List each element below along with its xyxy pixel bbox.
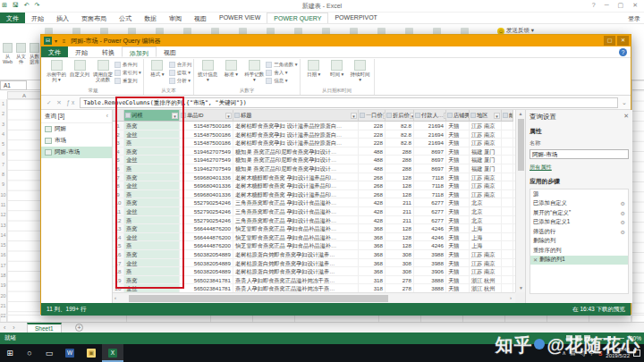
grid-cell [502,156,513,164]
pq-quick-access[interactable]: ▾ ≡ [55,38,67,44]
applied-step-3[interactable]: 已添加自定义1⚙ [530,218,628,228]
settings-close-icon[interactable]: ✕ [623,113,629,120]
taskbar-word-icon[interactable]: W [59,344,80,362]
excel-tab-6[interactable]: 审阅 [163,13,188,23]
step-settings-gear-icon[interactable]: ⚙ [621,200,625,206]
applied-step-0[interactable]: 源 [530,189,628,199]
applied-step-2[interactable]: 展开的“自定义”⚙ [530,208,628,218]
formula-buttons[interactable]: ✓ ✕ ƒx [41,99,80,106]
pq-ribbon-button[interactable]: 日期 ▾ [302,59,326,87]
excel-window-controls[interactable]: ? ─ ▢ ✕ [592,2,641,9]
pq-ribbon-button[interactable]: 分析 ▾ [169,77,192,85]
grid-column-header-2[interactable]: 标题▾ [233,110,359,122]
pq-tab-3[interactable]: 添加列 [122,46,157,57]
pq-ribbon-button[interactable]: 信息 ▾ [266,77,297,85]
task-view-icon[interactable]: ▭ [39,344,59,362]
grid-column-header-6[interactable]: 店铺类…▾ [446,110,470,122]
ribbon-button-label: 舍入 ▾ [274,70,287,76]
grid-column-header-4[interactable]: 折后价▾ [386,110,414,122]
pq-tab-4[interactable]: 视图 [157,46,183,57]
pq-ribbon-button[interactable]: 调用自定义函数 [91,59,114,87]
pq-ribbon-button[interactable]: 时间 ▾ [326,59,349,87]
grid-column-header-5[interactable]: 付款人…▾ [414,110,446,122]
pq-tab-0[interactable]: 文件 [41,46,68,57]
add-sheet-button[interactable]: + [75,324,83,332]
queries-pane-header[interactable]: 查询 [3]‹ [41,110,112,123]
grid-column-header-7[interactable]: 地区▾ [470,110,502,122]
pq-ribbon-button[interactable]: 格式 ▾ [146,59,169,87]
taskbar-excel-icon[interactable]: X [102,344,123,362]
applied-step-4[interactable]: 筛选的行⚙ [530,227,628,237]
grid-column-header-8[interactable]: 邮费▾ [502,110,513,122]
excel-tab-2[interactable]: 插入 [50,13,75,23]
search-icon[interactable]: ○ [20,344,39,362]
pq-ribbon-button[interactable]: 重复列 [114,77,141,85]
pq-ribbon-button[interactable]: 提取 ▾ [169,69,192,77]
query-name-input[interactable]: 阿媚-市场 [530,149,629,159]
excel-tab-9[interactable]: POWER QUERY [267,13,328,23]
step-settings-gear-icon[interactable]: ⚙ [621,219,625,225]
applied-step-6[interactable]: 重排序的列 [530,246,628,256]
grid-cell: 278 [386,284,414,292]
excel-signin[interactable]: 登录 [628,14,640,23]
excel-grid-right[interactable] [631,80,644,322]
pq-tab-1[interactable]: 开始 [68,46,95,57]
pq-tab-2[interactable]: 转换 [95,46,122,57]
excel-tab-0[interactable]: 文件 [0,13,25,23]
pq-ribbon-button[interactable]: 舍入 ▾ [266,69,297,77]
pq-ribbon-button[interactable]: 持续时间 ▾ [349,59,372,87]
pq-ribbon-button[interactable]: 索引列 ▾ [114,69,141,77]
query-name: 阿媚 [55,125,66,133]
excel-ribbon-button-2[interactable]: 从数 据库 [28,43,41,64]
delete-step-icon[interactable]: ✕ [533,257,538,263]
ribbon-button-icon [354,60,366,71]
excel-tab-1[interactable]: 开始 [25,13,50,23]
excel-tab-3[interactable]: 页面布局 [75,13,113,23]
excel-grid-left[interactable] [7,99,41,323]
step-settings-gear-icon[interactable]: ⚙ [621,229,625,235]
help-icon[interactable]: ? [619,48,627,56]
grid-column-header-3[interactable]: 一口价▾ [359,110,386,122]
excel-tab-7[interactable]: 视图 [188,13,213,23]
excel-tab-8[interactable]: POWER VIEW [213,13,267,23]
all-properties-link[interactable]: 所有属性 [530,164,629,172]
sheet-nav-arrows[interactable]: ‹ › [4,324,18,331]
filter-dropdown-icon[interactable]: ▾ [351,113,357,119]
excel-column-header[interactable]: A [7,91,41,99]
pq-ribbon-button[interactable]: 合并列 [169,61,192,69]
pq-ribbon-button[interactable]: 示例中的列 ▾ [45,59,68,87]
query-list-item-0[interactable]: 阿媚 [41,123,112,135]
pq-ribbon-button[interactable]: 统计信息 ▾ [196,59,219,87]
filter-dropdown-icon[interactable]: ▾ [494,113,500,119]
excel-row-headers[interactable]: 12345678910111213141516171819202122 [0,99,7,323]
pq-ribbon-button[interactable]: 自定义列 [68,59,91,87]
applied-step-7[interactable]: ✕删除的列1 [530,256,628,265]
query-list-item-1[interactable]: 市场 [41,135,112,147]
applied-step-5[interactable]: 删除的列 [530,237,628,247]
grid-vertical-scrollbar[interactable]: ▲ ▼ [515,110,525,292]
taskbar-explorer-icon[interactable]: ▣ [80,344,102,362]
excel-tab-10[interactable]: POWERPIVOT [328,13,383,23]
pq-window-controls[interactable]: ▢✕ [604,36,629,46]
grid-column-header-1[interactable]: 单品ID▾ [180,110,233,122]
grid-cell: 560382054889 [180,267,233,275]
pq-ribbon-button[interactable]: 标准 ▾ [219,59,242,87]
formula-expand-icon[interactable]: ⌄ [618,99,631,106]
excel-tab-5[interactable]: 数据 [138,13,163,23]
excel-tab-4[interactable]: 公式 [113,13,138,23]
applied-step-1[interactable]: 已添加自定义⚙ [530,199,628,209]
pq-ribbon-button[interactable]: 科学记数 ▾ [242,59,266,87]
start-button[interactable]: ⊞ [0,344,20,362]
restore-icon: ▢ [604,36,615,46]
excel-ribbon-button-0[interactable]: 从 Web [1,43,14,64]
excel-ribbon-button-1[interactable]: 从文 件 [14,43,28,64]
query-list-item-2[interactable]: 阿媚-市场 [41,147,112,158]
pq-ribbon-button[interactable]: 条件列 [114,61,141,69]
excel-grid-bottom[interactable] [0,315,644,322]
grid-horizontal-scrollbar[interactable]: ‹ › [113,292,515,303]
ribbon-button-icon [169,62,175,68]
filter-dropdown-icon[interactable]: ▾ [225,113,232,119]
pq-ribbon-button[interactable]: 三角函数 ▾ [266,61,297,69]
step-settings-gear-icon[interactable]: ⚙ [621,210,625,216]
excel-name-box[interactable]: A1 [0,80,27,90]
